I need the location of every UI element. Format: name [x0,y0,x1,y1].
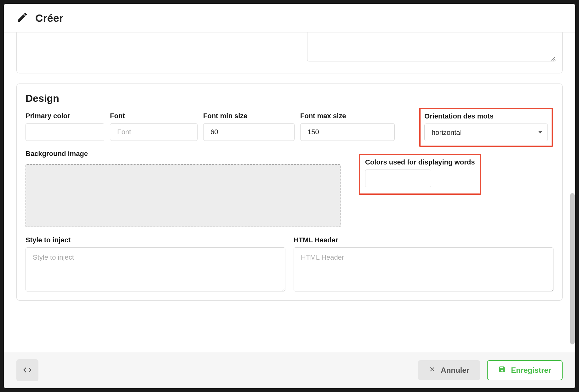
colors-for-words-label: Colors used for displaying words [365,158,475,166]
font-field: Font [110,112,198,141]
highlight-colors-for-words: Colors used for displaying words [359,154,481,195]
background-image-dropzone[interactable] [26,164,341,227]
code-view-button[interactable] [16,359,38,381]
style-inject-field: Style to inject [26,236,285,291]
modal-footer: Annuler Enregistrer [4,352,575,388]
code-icon [22,365,32,376]
html-header-field: HTML Header [294,236,553,291]
orientation-select[interactable]: horizontal [424,124,548,141]
colors-for-words-input-group [365,170,431,187]
previous-card-partial [16,32,563,73]
modal-body: Design Orientation des mots horizontal C… [4,32,575,352]
pencil-icon [16,11,28,25]
style-inject-label: Style to inject [26,236,285,244]
font-min-size-label: Font min size [203,112,295,120]
create-modal: Créer Design Orientation des mots horizo… [4,4,575,388]
save-button[interactable]: Enregistrer [487,360,563,380]
save-icon [498,366,506,375]
font-max-size-label: Font max size [300,112,395,120]
colors-for-words-input[interactable] [365,170,431,187]
cancel-button-label: Annuler [441,366,469,375]
modal-header: Créer [4,4,575,32]
modal-title: Créer [35,12,63,24]
html-header-textarea[interactable] [294,247,553,291]
primary-color-input-group [26,123,104,141]
font-input[interactable] [110,123,198,141]
orientation-field: Orientation des mots horizontal [424,112,548,141]
background-image-field: Background image [26,150,341,227]
design-row-3: Style to inject HTML Header [26,236,553,291]
style-inject-textarea[interactable] [26,247,285,291]
primary-color-field: Primary color [26,112,104,141]
font-min-size-input[interactable] [203,123,295,141]
cancel-button[interactable]: Annuler [418,360,480,380]
font-label: Font [110,112,198,120]
background-image-label: Background image [26,150,341,158]
highlight-orientation: Orientation des mots horizontal [419,108,553,147]
primary-color-input[interactable] [26,124,104,141]
footer-actions: Annuler Enregistrer [418,360,563,380]
font-max-size-field: Font max size [300,112,395,141]
resize-handle-icon[interactable] [551,57,555,61]
upper-textarea-partial[interactable] [307,32,556,61]
colors-for-words-field: Colors used for displaying words [365,158,475,187]
save-button-label: Enregistrer [511,366,551,375]
design-card: Design Orientation des mots horizontal C… [16,84,563,301]
font-min-size-field: Font min size [203,112,295,141]
orientation-label: Orientation des mots [424,112,548,120]
design-section-title: Design [26,93,553,104]
html-header-label: HTML Header [294,236,553,244]
close-icon [429,366,436,375]
font-max-size-input[interactable] [300,123,395,141]
scrollbar-thumb[interactable] [570,193,575,344]
primary-color-label: Primary color [26,112,104,120]
